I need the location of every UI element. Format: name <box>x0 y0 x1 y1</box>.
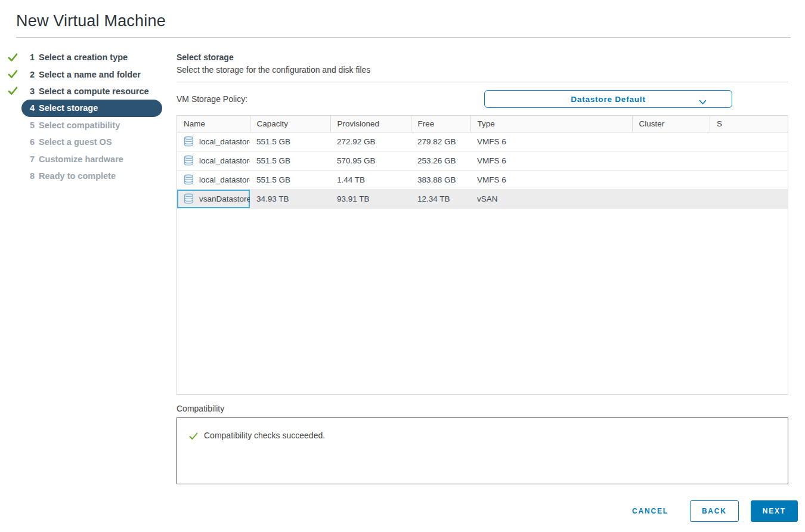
datastore-icon <box>184 136 194 147</box>
cell-cluster <box>632 151 710 170</box>
datastore-icon <box>184 155 194 166</box>
column-header[interactable]: Capacity <box>250 116 330 132</box>
column-header[interactable]: Name <box>177 116 250 132</box>
cell-provisioned: 1.44 TB <box>330 170 411 189</box>
wizard-footer: CANCEL BACK NEXT <box>630 500 798 522</box>
datastore-table: Name Capacity Provisioned Free Type Clus… <box>177 115 788 395</box>
step-complete-check-icon <box>8 138 18 147</box>
pane-subheading: Select the storage for the configuration… <box>177 65 370 75</box>
column-header[interactable]: Type <box>470 116 632 132</box>
column-header[interactable]: Cluster <box>632 116 710 132</box>
cell-free: 12.34 TB <box>411 189 470 208</box>
compatibility-box: Compatibility checks succeeded. <box>177 417 788 484</box>
cell-type: VMFS 6 <box>470 151 632 170</box>
table-row[interactable]: local_datastore13 551.5 GB 1.44 TB 383.8… <box>177 170 788 189</box>
cancel-button[interactable]: CANCEL <box>630 500 671 522</box>
cell-free: 279.82 GB <box>411 132 470 151</box>
cell-storage-compat <box>710 170 788 189</box>
step-number: 6 <box>30 137 35 147</box>
step-title: Ready to complete <box>39 171 116 181</box>
step-title: Select compatibility <box>39 120 120 130</box>
cell-capacity: 551.5 GB <box>250 170 330 189</box>
step-label: 3 Select a compute resource <box>30 86 149 96</box>
cell-provisioned: 93.91 TB <box>330 189 411 208</box>
vm-storage-policy-label: VM Storage Policy: <box>177 94 247 104</box>
wizard-step[interactable]: 2 Select a name and folder <box>0 66 174 82</box>
column-header[interactable]: Free <box>411 116 470 132</box>
cell-type: VMFS 6 <box>470 132 632 151</box>
wizard-step[interactable]: 3 Select a compute resource <box>0 83 174 100</box>
step-title: Select a compute resource <box>39 86 149 96</box>
step-complete-check-icon <box>8 154 18 163</box>
datastore-name: local_datastore12 <box>199 156 250 165</box>
wizard-step[interactable]: 7 Customize hardware <box>0 150 174 167</box>
step-label: 5 Select compatibility <box>30 120 120 130</box>
cell-cluster <box>632 189 710 208</box>
step-number: 3 <box>30 86 35 96</box>
step-number: 4 <box>30 103 35 113</box>
step-title: Select a creation type <box>39 52 128 62</box>
step-complete-check-icon <box>8 53 18 62</box>
compatibility-label: Compatibility <box>177 404 224 413</box>
datastore-name: local_datastore11 <box>199 137 250 146</box>
cell-capacity: 551.5 GB <box>250 151 330 170</box>
table-row[interactable]: local_datastore11 551.5 GB 272.92 GB 279… <box>177 132 788 151</box>
cell-capacity: 551.5 GB <box>250 132 330 151</box>
compatibility-message: Compatibility checks succeeded. <box>204 431 325 440</box>
table-row[interactable]: vsanDatastore 34.93 TB 93.91 TB 12.34 TB… <box>177 189 788 208</box>
next-button[interactable]: NEXT <box>751 500 798 522</box>
wizard-step[interactable]: 5 Select compatibility <box>0 117 174 134</box>
cell-free: 383.88 GB <box>411 170 470 189</box>
step-complete-check-icon <box>8 104 18 113</box>
back-button[interactable]: BACK <box>690 500 739 522</box>
step-number: 5 <box>30 120 35 130</box>
wizard-step[interactable]: 1 Select a creation type <box>0 49 174 66</box>
cell-free: 253.26 GB <box>411 151 470 170</box>
datastore-name: local_datastore13 <box>199 175 250 184</box>
cell-name[interactable]: vsanDatastore <box>177 189 250 208</box>
pane-heading: Select storage <box>177 52 234 62</box>
cell-capacity: 34.93 TB <box>250 189 330 208</box>
datastore-icon <box>184 174 194 185</box>
step-number: 2 <box>30 70 35 79</box>
step-title: Select a name and folder <box>39 70 141 79</box>
step-title: Select storage <box>39 103 98 113</box>
cell-type: vSAN <box>470 189 632 208</box>
table-row[interactable]: local_datastore12 551.5 GB 570.95 GB 253… <box>177 151 788 170</box>
cell-name[interactable]: local_datastore11 <box>177 132 250 151</box>
cell-storage-compat <box>710 132 788 151</box>
vm-storage-policy-value: Datastore Default <box>571 95 645 104</box>
cell-provisioned: 272.92 GB <box>330 132 411 151</box>
column-header[interactable]: S <box>710 116 788 132</box>
wizard-step[interactable]: 6 Select a guest OS <box>0 134 174 150</box>
title-divider <box>16 37 791 38</box>
cell-type: VMFS 6 <box>470 170 632 189</box>
wizard-step[interactable]: 4 Select storage <box>0 100 174 116</box>
step-number: 8 <box>30 171 35 181</box>
column-header[interactable]: Provisioned <box>330 116 411 132</box>
wizard-step[interactable]: 8 Ready to complete <box>0 168 174 184</box>
cell-name[interactable]: local_datastore13 <box>177 170 250 189</box>
datastore-name: vsanDatastore <box>199 194 250 203</box>
step-complete-check-icon <box>8 70 18 79</box>
success-check-icon <box>189 432 198 440</box>
step-title: Customize hardware <box>39 154 123 164</box>
step-label: 6 Select a guest OS <box>30 137 112 147</box>
cell-provisioned: 570.95 GB <box>330 151 411 170</box>
step-number: 1 <box>30 52 35 62</box>
step-label: 4 Select storage <box>21 100 162 117</box>
step-title: Select a guest OS <box>39 137 112 147</box>
vm-storage-policy-select[interactable]: Datastore Default <box>484 90 732 108</box>
cell-storage-compat <box>710 189 788 208</box>
wizard-steps: 1 Select a creation type 2 Select a name… <box>0 49 174 184</box>
step-complete-check-icon <box>8 120 18 129</box>
table-header-row: Name Capacity Provisioned Free Type Clus… <box>177 116 788 132</box>
page-title: New Virtual Machine <box>16 12 166 30</box>
cell-cluster <box>632 132 710 151</box>
step-number: 7 <box>30 154 35 164</box>
step-complete-check-icon <box>8 171 18 180</box>
cell-cluster <box>632 170 710 189</box>
step-label: 8 Ready to complete <box>30 171 116 181</box>
cell-name[interactable]: local_datastore12 <box>177 151 250 170</box>
pane-divider <box>177 82 788 82</box>
